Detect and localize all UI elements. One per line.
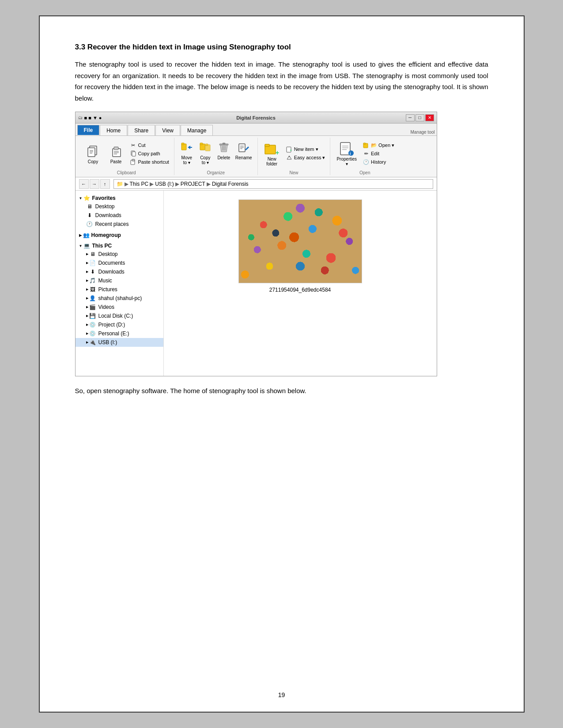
image-caption: 2711954094_6d9edc4584 <box>269 287 331 293</box>
pc-desktop-icon: 🖥 <box>89 251 96 258</box>
sidebar-item-project-d[interactable]: ▶ 💿 Project (D:) <box>76 320 163 329</box>
maximize-btn[interactable]: □ <box>416 114 424 121</box>
sidebar-this-pc-header[interactable]: ▼ 💻 This PC <box>76 242 163 250</box>
organize-label: Organize <box>207 170 225 175</box>
sidebar-item-usb-i[interactable]: ▶ 🔌 USB (I:) <box>76 338 163 347</box>
tab-manage[interactable]: Manage <box>181 125 213 135</box>
copy-to-button[interactable]: Copyto ▾ <box>196 139 214 166</box>
closing-text: So, open stenography software. The home … <box>75 385 488 397</box>
paste-button[interactable]: Paste <box>106 143 127 165</box>
marble-image[interactable] <box>238 199 362 283</box>
svg-rect-21 <box>223 143 225 144</box>
svg-rect-30 <box>265 144 269 146</box>
sidebar-item-shahul[interactable]: ▶ 👤 shahul (shahul-pc) <box>76 294 163 303</box>
up-button[interactable]: ↑ <box>100 179 110 189</box>
path-project[interactable]: PROJECT <box>181 181 205 187</box>
address-path[interactable]: 📁 ▶ This PC ▶ USB (I:) ▶ PROJECT ▶ Digit… <box>113 179 433 189</box>
homegroup-icon: 👥 <box>83 232 90 238</box>
new-buttons: + Newfolder + New item ▾ <box>261 138 327 169</box>
paste-shortcut-button[interactable]: Paste shortcut <box>128 158 170 166</box>
sidebar-item-personal-e[interactable]: ▶ 💿 Personal (E:) <box>76 329 163 338</box>
sidebar-item-desktop[interactable]: 🖥 Desktop <box>76 202 163 211</box>
tab-file[interactable]: File <box>77 125 100 135</box>
favorites-triangle: ▼ <box>79 196 83 200</box>
downloads-pc-label: Downloads <box>98 269 125 275</box>
sidebar-item-recent-places[interactable]: 🕐 Recent places <box>76 220 163 229</box>
copy-path-button[interactable]: Copy path <box>128 150 170 158</box>
path-this-pc[interactable]: This PC <box>130 181 149 187</box>
move-to-button[interactable]: Moveto ▾ <box>178 139 196 166</box>
organize-buttons: Moveto ▾ Copyto ▾ <box>178 138 254 169</box>
project-d-icon: 💿 <box>89 321 96 328</box>
copy-button[interactable]: Copy <box>83 143 104 165</box>
music-label: Music <box>98 278 112 284</box>
edit-label: Edit <box>371 151 379 156</box>
sidebar-item-pc-desktop[interactable]: ▶ 🖥 Desktop <box>76 250 163 259</box>
copy-path-label: Copy path <box>138 151 160 156</box>
close-btn[interactable]: ✕ <box>425 114 434 121</box>
body-paragraph: The stenography tool is used to recover … <box>75 59 488 104</box>
edit-button[interactable]: ✏ Edit <box>361 150 396 158</box>
open-button[interactable]: 📂 Open ▾ <box>361 141 396 149</box>
sidebar-group-this-pc: ▼ 💻 This PC ▶ 🖥 Desktop ▶ 📄 Documents <box>76 242 163 347</box>
this-pc-icon: 💻 <box>83 243 90 249</box>
nav-buttons: ← → ↑ <box>79 179 110 189</box>
open-small-btns: 📂 Open ▾ ✏ Edit 🕐 History <box>361 139 396 168</box>
marble-background <box>239 200 362 283</box>
svg-rect-13 <box>132 159 135 161</box>
sidebar-group-favorites: ▼ ⭐ Favorites 🖥 Desktop ⬇ Downloads 🕐 <box>76 194 163 229</box>
svg-rect-6 <box>114 147 118 150</box>
sidebar-item-documents[interactable]: ▶ 📄 Documents <box>76 259 163 267</box>
sidebar-item-downloads-fav[interactable]: ⬇ Downloads <box>76 211 163 220</box>
pictures-icon: 🖼 <box>89 286 96 293</box>
sidebar-item-downloads-pc[interactable]: ▶ ⬇ Downloads <box>76 267 163 276</box>
history-button[interactable]: 🕐 History <box>361 158 396 166</box>
desktop-label: Desktop <box>95 203 115 210</box>
sidebar-item-videos[interactable]: ▶ 🎬 Videos <box>76 303 163 311</box>
copy-icon <box>85 143 101 159</box>
properties-icon: i <box>339 141 355 157</box>
tab-home[interactable]: Home <box>100 125 127 135</box>
path-usb[interactable]: USB (I:) <box>155 181 174 187</box>
usb-i-triangle: ▶ <box>86 341 88 344</box>
downloads-pc-icon: ⬇ <box>89 268 96 275</box>
personal-e-icon: 💿 <box>89 330 96 337</box>
section-heading: 3.3 Recover the hidden text in Image usi… <box>75 43 488 52</box>
svg-text:+: + <box>290 148 292 153</box>
shahul-label: shahul (shahul-pc) <box>98 295 142 301</box>
copy-to-icon <box>198 140 212 154</box>
svg-rect-17 <box>200 143 203 145</box>
sidebar-item-music[interactable]: ▶ 🎵 Music <box>76 276 163 285</box>
tab-share[interactable]: Share <box>128 125 155 135</box>
clipboard-small-btns: ✂ Cut Copy path <box>128 139 170 168</box>
clipboard-label: Clipboard <box>117 170 136 175</box>
properties-button[interactable]: i Properties▾ <box>334 140 359 167</box>
delete-button[interactable]: Delete <box>215 139 233 161</box>
svg-point-34 <box>289 156 290 157</box>
path-digital-forensis[interactable]: Digital Forensis <box>212 181 249 187</box>
back-button[interactable]: ← <box>79 179 89 189</box>
new-folder-button[interactable]: + Newfolder <box>261 140 283 167</box>
svg-rect-19 <box>205 144 208 146</box>
sidebar-favorites-header[interactable]: ▼ ⭐ Favorites <box>76 194 163 202</box>
minimize-btn[interactable]: ─ <box>406 114 415 121</box>
easy-access-label: Easy access ▾ <box>294 155 325 161</box>
sidebar-item-local-disk-c[interactable]: ▶ 💾 Local Disk (C:) <box>76 311 163 320</box>
rename-button[interactable]: Rename <box>234 139 254 161</box>
favorites-star-icon: ⭐ <box>83 195 90 201</box>
project-d-label: Project (D:) <box>98 322 125 328</box>
open-buttons: i Properties▾ 📂 Open ▾ <box>334 138 396 169</box>
delete-icon <box>217 140 231 154</box>
copy-path-icon <box>130 150 137 157</box>
this-pc-label: This PC <box>92 243 112 249</box>
history-icon: 🕐 <box>363 158 370 165</box>
forward-button[interactable]: → <box>90 179 99 189</box>
rename-icon <box>237 140 251 154</box>
easy-access-button[interactable]: Easy access ▾ <box>284 154 327 162</box>
sidebar-item-pictures[interactable]: ▶ 🖼 Pictures <box>76 285 163 294</box>
cut-button[interactable]: ✂ Cut <box>128 141 170 149</box>
sidebar-homegroup-header[interactable]: ▶ 👥 Homegroup <box>76 231 163 239</box>
tab-view[interactable]: View <box>155 125 180 135</box>
videos-label: Videos <box>98 304 114 310</box>
new-item-button[interactable]: + New item ▾ <box>284 146 327 154</box>
